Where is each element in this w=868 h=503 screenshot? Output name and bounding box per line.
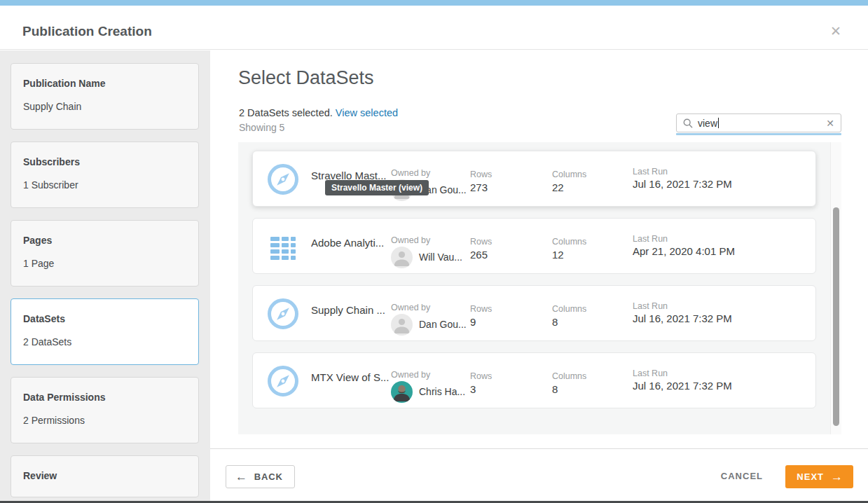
window-accent-strip <box>0 0 868 6</box>
next-button[interactable]: NEXT → <box>785 465 853 488</box>
back-button-label: BACK <box>254 471 283 482</box>
compass-dataset-icon <box>266 163 300 196</box>
selection-summary: 2 DataSets selected. View selected <box>239 107 398 118</box>
compass-dataset-icon <box>266 297 300 331</box>
step-value: 1 Page <box>23 258 186 269</box>
dataset-row-supply-chain[interactable]: Supply Chain ... Owned by Dan Gou... Row… <box>252 285 816 341</box>
columns-label: Columns <box>552 237 586 247</box>
next-button-label: NEXT <box>797 471 824 482</box>
columns-label: Columns <box>552 170 586 179</box>
sidebar-item-subscribers[interactable]: Subscribers 1 Subscriber <box>11 142 199 208</box>
dataset-name: Supply Chain ... <box>311 304 394 316</box>
rows-value: 265 <box>470 249 492 261</box>
rows-value: 273 <box>470 181 492 193</box>
compass-dataset-icon <box>266 364 300 398</box>
avatar-photo <box>391 381 413 403</box>
columns-value: 22 <box>552 181 586 193</box>
step-value: 2 Permissions <box>23 415 186 426</box>
rows-label: Rows <box>470 237 492 247</box>
dataset-name-tooltip: Stravello Master (view) <box>325 180 429 195</box>
rows-stat: Rows 265 <box>470 237 492 261</box>
search-icon <box>683 118 693 128</box>
rows-stat: Rows 9 <box>470 304 492 328</box>
columns-value: 12 <box>552 249 586 261</box>
owner-name: Will Vau... <box>419 252 462 263</box>
last-run-stat: Last Run Jul 16, 2021 7:32 PM <box>633 368 732 392</box>
dataset-name: Adobe Analyti... <box>311 237 394 249</box>
last-run-value: Apr 21, 2020 4:01 PM <box>633 245 735 257</box>
last-run-stat: Last Run Jul 16, 2021 7:32 PM <box>633 167 732 190</box>
search-input[interactable]: view ✕ <box>676 113 841 132</box>
last-run-label: Last Run <box>633 301 732 311</box>
rows-label: Rows <box>470 304 492 314</box>
step-value: 1 Subscriber <box>23 179 186 191</box>
columns-value: 8 <box>552 383 586 395</box>
rows-stat: Rows 273 <box>470 170 492 193</box>
back-arrow-icon: ← <box>235 470 248 484</box>
columns-stat: Columns 8 <box>552 304 586 328</box>
dataset-name: MTX View of S... <box>311 371 394 383</box>
search-focus-underline <box>676 133 841 135</box>
dialog-title: Publication Creation <box>22 24 152 39</box>
columns-label: Columns <box>552 304 586 314</box>
back-button[interactable]: ← BACK <box>226 465 295 488</box>
last-run-value: Jul 16, 2021 7:32 PM <box>633 178 732 190</box>
close-icon[interactable]: ✕ <box>830 25 841 38</box>
step-title: Pages <box>23 235 186 246</box>
owned-by-label: Owned by <box>391 168 430 178</box>
owned-by-label: Owned by <box>391 370 430 380</box>
clear-search-icon[interactable]: ✕ <box>826 118 834 128</box>
columns-stat: Columns 8 <box>552 371 586 395</box>
owner-name: Chris Ha... <box>419 386 465 397</box>
selected-count-text: 2 DataSets selected. <box>239 107 333 118</box>
page-title: Select DataSets <box>238 67 374 89</box>
last-run-stat: Last Run Apr 21, 2020 4:01 PM <box>633 234 735 257</box>
rows-value: 9 <box>470 316 492 328</box>
table-dataset-icon <box>266 230 300 263</box>
last-run-value: Jul 16, 2021 7:32 PM <box>633 380 732 392</box>
sidebar-item-data-permissions[interactable]: Data Permissions 2 Permissions <box>11 377 199 443</box>
last-run-stat: Last Run Jul 16, 2021 7:32 PM <box>633 301 732 324</box>
rows-stat: Rows 3 <box>470 371 492 395</box>
dataset-row-stravello-master[interactable]: Stravello Mast... Owned by Dan Gou... Ro… <box>252 151 816 207</box>
avatar <box>391 314 413 336</box>
rows-label: Rows <box>470 371 492 381</box>
step-title: Data Permissions <box>23 392 186 403</box>
wizard-steps-sidebar: Publication Name Supply Chain Subscriber… <box>0 50 210 503</box>
columns-value: 8 <box>552 316 586 328</box>
step-value: 2 DataSets <box>23 336 186 347</box>
last-run-label: Last Run <box>633 167 732 177</box>
last-run-value: Jul 16, 2021 7:32 PM <box>633 312 732 324</box>
columns-label: Columns <box>552 371 586 381</box>
avatar <box>391 247 413 268</box>
dialog-footer: ← BACK CANCEL NEXT → <box>210 448 868 501</box>
view-selected-link[interactable]: View selected <box>336 107 398 118</box>
step-title: DataSets <box>23 313 186 324</box>
last-run-label: Last Run <box>633 368 732 378</box>
dataset-row-mtx-view[interactable]: MTX View of S... Owned by Chris Ha... Ro… <box>252 352 816 408</box>
showing-count: Showing 5 <box>239 122 284 133</box>
dialog-header: Publication Creation ✕ <box>0 6 868 50</box>
owned-by-label: Owned by <box>391 235 430 245</box>
search-value: view <box>698 118 717 129</box>
sidebar-item-review[interactable]: Review <box>11 455 199 497</box>
step-title: Review <box>23 470 186 481</box>
columns-stat: Columns 22 <box>552 170 586 193</box>
sidebar-item-publication-name[interactable]: Publication Name Supply Chain <box>11 63 199 130</box>
cancel-button[interactable]: CANCEL <box>721 471 763 481</box>
sidebar-item-datasets[interactable]: DataSets 2 DataSets <box>11 298 199 365</box>
scrollbar-thumb[interactable] <box>833 207 839 426</box>
owner-name: Dan Gou... <box>419 319 467 330</box>
text-caret <box>718 118 719 128</box>
rows-value: 3 <box>470 383 492 395</box>
owned-by-label: Owned by <box>391 303 430 312</box>
step-title: Publication Name <box>23 78 186 89</box>
dataset-row-adobe-analytics[interactable]: Adobe Analyti... Owned by Will Vau... Ro… <box>252 218 816 274</box>
last-run-label: Last Run <box>633 234 735 244</box>
sidebar-item-pages[interactable]: Pages 1 Page <box>11 220 199 287</box>
step-title: Subscribers <box>23 156 186 167</box>
list-scrollbar[interactable] <box>830 142 841 434</box>
next-arrow-icon: → <box>831 470 843 484</box>
columns-stat: Columns 12 <box>552 237 586 261</box>
dataset-list: Stravello Mast... Owned by Dan Gou... Ro… <box>238 142 830 434</box>
